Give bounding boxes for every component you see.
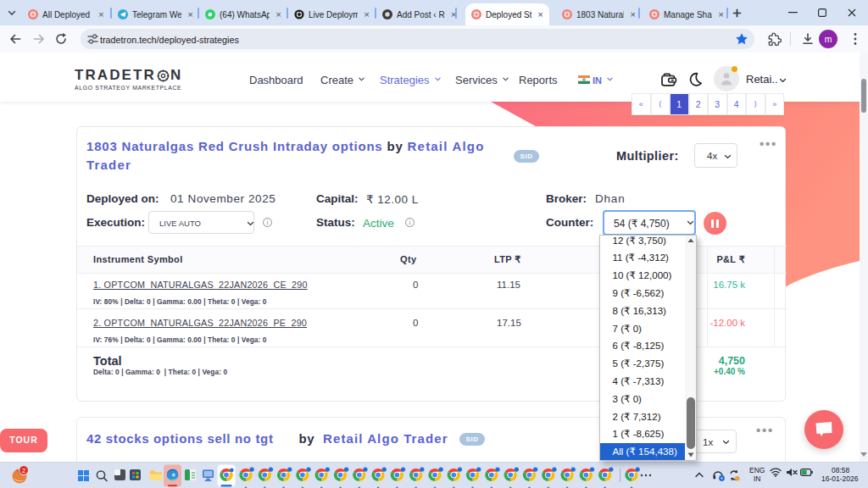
svg-text:2: 2 — [22, 467, 25, 474]
